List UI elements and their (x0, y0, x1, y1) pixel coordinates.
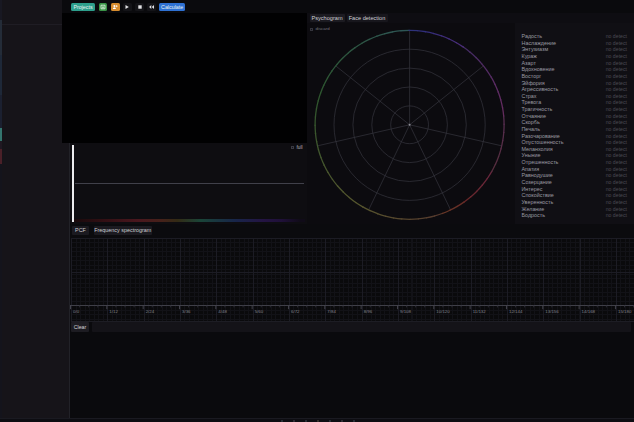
svg-text:3/36: 3/36 (182, 308, 191, 313)
svg-text:6/72: 6/72 (291, 308, 300, 313)
svg-text:13/156: 13/156 (545, 308, 559, 313)
svg-text:1/12: 1/12 (109, 308, 118, 313)
svg-text:5/60: 5/60 (255, 308, 264, 313)
svg-text:2/24: 2/24 (146, 308, 155, 313)
svg-text:11/132: 11/132 (473, 308, 487, 313)
svg-text:7/84: 7/84 (327, 308, 336, 313)
svg-text:14/168: 14/168 (582, 308, 596, 313)
svg-text:15/180: 15/180 (618, 308, 632, 313)
svg-text:8/96: 8/96 (364, 308, 373, 313)
svg-text:10/120: 10/120 (436, 308, 450, 313)
svg-text:4/48: 4/48 (218, 308, 227, 313)
svg-text:0/0: 0/0 (73, 308, 80, 313)
svg-text:9/108: 9/108 (400, 308, 412, 313)
svg-text:12/144: 12/144 (509, 308, 523, 313)
